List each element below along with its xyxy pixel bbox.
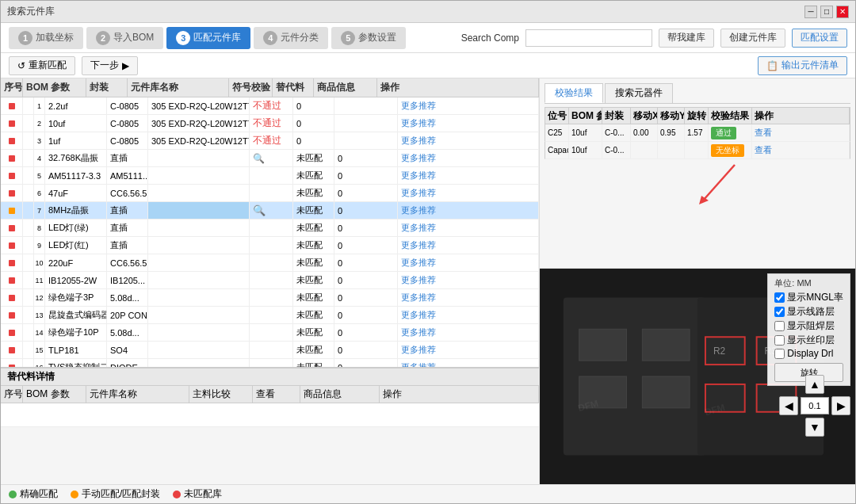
legend-dot-orange — [71, 491, 78, 498]
rth-bom: BOM 参数 — [569, 108, 602, 124]
nav-left-button[interactable]: ◀ — [779, 396, 798, 415]
td-verify — [250, 220, 293, 236]
setting-mngl[interactable]: 显示MNGL率 — [774, 291, 843, 304]
toolbar: ↺ 重新匹配 下一步 ▶ 📋 输出元件清单 — [1, 53, 855, 78]
close-button[interactable]: ✕ — [836, 6, 849, 18]
wizard-step-3[interactable]: 3 匹配元件库 — [166, 27, 250, 49]
tab-search-component[interactable]: 搜索元器件 — [605, 83, 673, 103]
td-libname — [148, 359, 250, 367]
rtd-pkg-2: C-0... — [602, 142, 631, 158]
td-verify: 不通过 — [250, 115, 293, 132]
step-num-4: 4 — [263, 31, 277, 45]
td-bom: LED灯(绿) — [45, 220, 107, 236]
checkbox-drl[interactable] — [774, 349, 785, 359]
legend-label-green: 精确匹配 — [20, 487, 58, 501]
create-library-button[interactable]: 创建元件库 — [720, 29, 785, 48]
td-bom: AM51117-3.3 — [45, 167, 107, 184]
view-link-1[interactable]: 查看 — [755, 127, 772, 139]
td-rownum: 2 — [34, 115, 45, 132]
nav-up-button[interactable]: ▲ — [805, 375, 824, 394]
rtd-bom-2: 10uf — [569, 142, 602, 158]
td-num — [1, 289, 23, 306]
step-label-4: 元件分类 — [281, 31, 319, 44]
step-num-3: 3 — [176, 31, 190, 45]
setting-drl[interactable]: Display Drl — [774, 348, 843, 359]
td-status — [23, 115, 34, 132]
checkbox-silk[interactable] — [774, 335, 785, 346]
td-verify — [250, 324, 293, 341]
maximize-button[interactable]: □ — [820, 6, 833, 18]
export-button[interactable]: 📋 输出元件清单 — [758, 56, 847, 75]
tabs-row: 校验结果 搜索元器件 — [545, 83, 850, 104]
legend-bar: 精确匹配 手动匹配/匹配封装 未匹配库 — [1, 484, 855, 503]
th-verify: 符号校验 — [229, 78, 273, 97]
tab-verify-result[interactable]: 校验结果 — [545, 83, 603, 103]
step-label-5: 参数设置 — [358, 31, 396, 44]
table-row: 4 32.768K晶振 直插 🔍 未匹配 0 更多推荐 — [1, 150, 539, 167]
td-goods — [334, 115, 398, 132]
checkbox-mngl[interactable] — [774, 292, 785, 303]
wizard-step-5[interactable]: 5 参数设置 — [331, 27, 406, 49]
settings-panel: 单位: MM 显示MNGL率 显示线路层 显示阻焊层 — [767, 273, 850, 386]
td-verify — [250, 185, 293, 201]
setting-mask[interactable]: 显示阻焊层 — [774, 319, 843, 333]
step-num-5: 5 — [341, 31, 355, 45]
minimize-button[interactable]: ─ — [804, 6, 817, 18]
td-status — [23, 185, 34, 201]
mask-label: 显示阻焊层 — [787, 319, 835, 333]
nav-right-button[interactable]: ▶ — [831, 396, 850, 415]
td-package: DIODE... — [107, 359, 148, 367]
td-status — [23, 150, 34, 166]
next-label: 下一步 — [90, 59, 119, 72]
table-row: 3 1uf C-0805 305 EXD-R2Q-L20W12T7- 不通过 0… — [1, 132, 539, 150]
setting-circuit[interactable]: 显示线路层 — [774, 305, 843, 319]
td-status — [23, 324, 34, 341]
build-library-button[interactable]: 帮我建库 — [659, 29, 714, 48]
rth-pkg: 封装 — [602, 108, 631, 124]
search-comp-input[interactable] — [525, 29, 652, 47]
substitute-title: 替代料详情 — [7, 370, 55, 384]
table-row: 11 IB12055-2W IB1205... 未匹配 0 更多推荐 — [1, 272, 539, 289]
td-rownum: 10 — [34, 254, 45, 271]
td-rownum: 1 — [34, 97, 45, 114]
td-op: 更多推荐 — [398, 307, 539, 323]
table-header: 序号 BOM 参数 封装 元件库名称 符号校验 替代料 商品信息 操作 — [1, 78, 539, 97]
next-step-button[interactable]: 下一步 ▶ — [82, 56, 138, 75]
td-op: 更多推荐 — [398, 289, 539, 306]
right-panel: 校验结果 搜索元器件 位号 BOM 参数 封装 移动X 移动Y 旋转 校验结果 … — [540, 78, 855, 484]
match-settings-button[interactable]: 匹配设置 — [792, 29, 847, 48]
td-op: 更多推荐 — [398, 97, 539, 114]
wizard-step-4[interactable]: 4 元件分类 — [254, 27, 328, 49]
checkbox-circuit[interactable] — [774, 307, 785, 317]
td-status — [23, 202, 34, 219]
table-row: 10 220uF CC6.56.5 未匹配 0 更多推荐 — [1, 254, 539, 272]
table-row-selected: 7 8MHz晶振 直插 🔍 未匹配 0 更多推荐 — [1, 202, 539, 220]
rtd-status-pass: 通过 — [709, 124, 752, 141]
silk-label: 显示丝印层 — [787, 334, 835, 347]
td-status — [23, 237, 34, 254]
table-row: 16 TVS稳态抑制二极管直插 DIODE... 未匹配 0 更多推荐 — [1, 359, 539, 367]
td-libname — [148, 167, 250, 184]
step-num-1: 1 — [18, 31, 32, 45]
view-link-2[interactable]: 查看 — [755, 144, 772, 156]
rtd-rot-2 — [685, 142, 709, 158]
svg-rect-5 — [579, 329, 627, 361]
td-rownum: 15 — [34, 342, 45, 358]
wizard-step-1[interactable]: 1 加载坐标 — [9, 27, 83, 49]
wizard-step-2[interactable]: 2 导入BOM — [86, 27, 163, 49]
nav-down-button[interactable]: ▼ — [805, 418, 824, 437]
setting-silk[interactable]: 显示丝印层 — [774, 334, 843, 347]
td-verify — [250, 342, 293, 358]
legend-item-orange: 手动匹配/匹配封装 — [71, 487, 160, 501]
td-rownum: 6 — [34, 185, 45, 201]
table-row: 13 昆旋盘式编码器(黑色) 20P CON2 未匹配 0 更多推荐 — [1, 307, 539, 324]
td-verify — [250, 254, 293, 271]
drl-label: Display Drl — [787, 348, 833, 359]
td-rownum: 12 — [34, 289, 45, 306]
td-libname — [148, 237, 250, 254]
td-num — [1, 185, 23, 201]
td-alt: 0 — [293, 132, 334, 149]
td-rownum: 13 — [34, 307, 45, 323]
rematch-button[interactable]: ↺ 重新匹配 — [9, 56, 75, 75]
checkbox-mask[interactable] — [774, 321, 785, 331]
